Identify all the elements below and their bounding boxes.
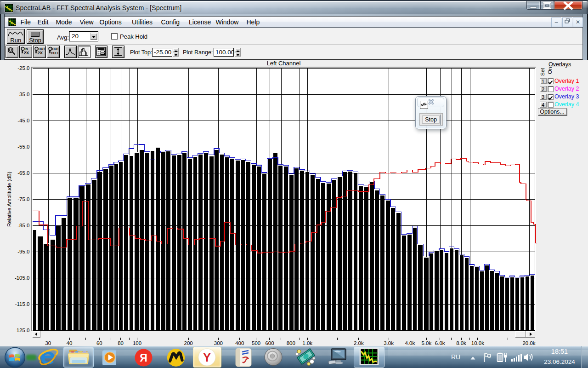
svg-text:200: 200 <box>184 340 193 346</box>
svg-text:60: 60 <box>96 340 102 346</box>
svg-text:Y: Y <box>203 351 211 364</box>
svg-text:-65.0: -65.0 <box>17 170 29 176</box>
svg-text:Left Channel: Left Channel <box>267 60 301 67</box>
svg-text:30: 30 <box>45 340 51 346</box>
svg-text:-75.0: -75.0 <box>17 196 29 202</box>
svg-text:2.0k: 2.0k <box>354 340 364 346</box>
svg-text:-45.0: -45.0 <box>17 118 29 123</box>
svg-text:3.0k: 3.0k <box>384 340 394 346</box>
svg-text:600: 600 <box>265 340 274 346</box>
svg-text:2X: 2X <box>38 50 43 55</box>
svg-text:8.0k: 8.0k <box>456 340 466 346</box>
svg-text:5.0k: 5.0k <box>421 340 431 346</box>
svg-text:-35.0: -35.0 <box>17 92 29 97</box>
svg-text:1.0k: 1.0k <box>302 340 312 346</box>
svg-text:-95.0: -95.0 <box>17 249 29 254</box>
svg-text:OUT: OUT <box>52 47 59 51</box>
svg-text:40: 40 <box>67 340 73 346</box>
svg-text:500: 500 <box>252 340 260 346</box>
svg-text:800: 800 <box>287 340 295 346</box>
svg-text:Relative Amplitude (dB): Relative Amplitude (dB) <box>6 172 12 227</box>
svg-text:2X: 2X <box>24 50 29 55</box>
svg-text:-115.0: -115.0 <box>15 301 30 307</box>
svg-text:80: 80 <box>118 340 124 346</box>
svg-text:400: 400 <box>235 340 244 346</box>
svg-text:FULL: FULL <box>51 52 59 55</box>
svg-text:6.0k: 6.0k <box>435 340 445 346</box>
svg-text:100: 100 <box>133 340 141 346</box>
svg-text:-125.0: -125.0 <box>15 328 30 333</box>
svg-text:-25.0: -25.0 <box>17 65 29 71</box>
svg-text:4.0k: 4.0k <box>405 340 415 346</box>
svg-text:300: 300 <box>214 340 223 346</box>
svg-text:-105.0: -105.0 <box>15 275 30 281</box>
svg-text:-55.0: -55.0 <box>17 144 29 150</box>
svg-text:20.0k: 20.0k <box>522 340 535 346</box>
svg-text:Я: Я <box>140 352 147 364</box>
svg-text:-85.0: -85.0 <box>17 223 29 228</box>
svg-text:10.0k: 10.0k <box>471 340 484 346</box>
